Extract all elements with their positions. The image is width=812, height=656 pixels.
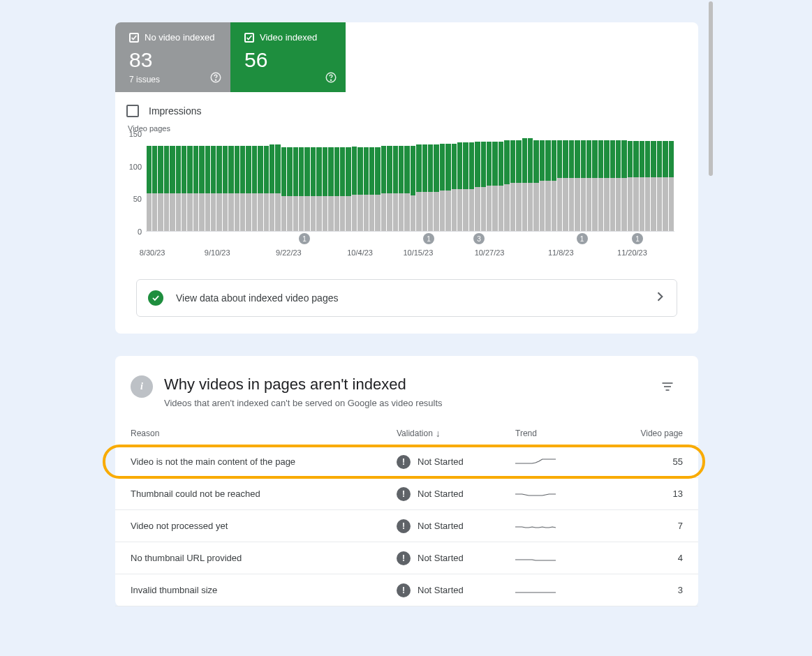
chart-bar[interactable]	[187, 134, 192, 231]
chart-bar[interactable]	[552, 134, 556, 231]
chart-bar[interactable]	[633, 134, 638, 231]
chart-bar[interactable]	[422, 134, 427, 231]
chart-bar[interactable]	[393, 134, 398, 231]
chart-bar[interactable]	[592, 134, 597, 231]
chart-bar[interactable]	[404, 134, 409, 231]
tile-video-indexed[interactable]: Video indexed 56	[230, 22, 346, 92]
chart-bar[interactable]	[147, 134, 152, 231]
impressions-toggle[interactable]: Impressions	[115, 92, 698, 117]
chart-bar[interactable]	[299, 134, 304, 231]
view-indexed-data-button[interactable]: View data about indexed video pages	[136, 279, 677, 317]
chart-bar[interactable]	[381, 134, 386, 231]
chart-bar[interactable]	[628, 134, 633, 231]
th-trend[interactable]: Trend	[515, 428, 620, 438]
chart-bar[interactable]	[663, 134, 667, 231]
th-validation[interactable]: Validation ↓	[397, 428, 515, 439]
chart-bar[interactable]	[281, 134, 286, 231]
filter-icon[interactable]	[656, 375, 679, 401]
chart-bar[interactable]	[316, 134, 321, 231]
chart-bar[interactable]	[563, 134, 568, 231]
checkbox-unchecked-icon[interactable]	[126, 105, 139, 117]
chart-bar[interactable]	[452, 134, 457, 231]
chart-bar[interactable]	[152, 134, 157, 231]
chart-bar[interactable]	[540, 134, 545, 231]
chart-bar[interactable]	[264, 134, 269, 231]
chart-marker[interactable]: 3	[473, 233, 485, 244]
chart-bar[interactable]	[510, 134, 515, 231]
chart-bar[interactable]	[475, 134, 480, 231]
chart-bar[interactable]	[364, 134, 369, 231]
chart-bar[interactable]	[669, 134, 674, 231]
table-row[interactable]: Video is not the main content of the pag…	[115, 446, 698, 478]
chart-bar[interactable]	[323, 134, 327, 231]
chart-bar[interactable]	[651, 134, 656, 231]
chart-bar[interactable]	[487, 134, 492, 231]
chart-bar[interactable]	[528, 134, 533, 231]
chart-bar[interactable]	[610, 134, 615, 231]
chart-bar[interactable]	[499, 134, 503, 231]
chart-bar[interactable]	[621, 134, 626, 231]
chart-bar[interactable]	[205, 134, 210, 231]
chart-bar[interactable]	[164, 134, 169, 231]
chart-bar[interactable]	[352, 134, 357, 231]
chart-bar[interactable]	[223, 134, 228, 231]
chart-bar[interactable]	[240, 134, 245, 231]
chart-bar[interactable]	[440, 134, 445, 231]
table-row[interactable]: Video not processed yet!Not Started7	[115, 510, 698, 542]
chart-bar[interactable]	[287, 134, 292, 231]
chart-bar[interactable]	[375, 134, 380, 231]
chart-marker[interactable]: 1	[632, 233, 643, 244]
chart-bar[interactable]	[387, 134, 392, 231]
chart-bar[interactable]	[334, 134, 339, 231]
chart-bar[interactable]	[604, 134, 609, 231]
chart-bar[interactable]	[640, 134, 644, 231]
chart-bar[interactable]	[346, 134, 350, 231]
chart-bar[interactable]	[228, 134, 233, 231]
th-video-page[interactable]: Video page	[620, 428, 683, 438]
help-icon[interactable]	[209, 71, 222, 84]
chart-bar[interactable]	[434, 134, 438, 231]
chart-bar[interactable]	[657, 134, 662, 231]
chart-bar[interactable]	[304, 134, 309, 231]
chart-bar[interactable]	[516, 134, 521, 231]
chart-bar[interactable]	[575, 134, 580, 231]
chart-bar[interactable]	[481, 134, 486, 231]
chart-bar[interactable]	[258, 134, 263, 231]
help-icon[interactable]	[325, 71, 337, 84]
table-row[interactable]: Thumbnail could not be reached!Not Start…	[115, 478, 698, 510]
chart-bar[interactable]	[235, 134, 239, 231]
chart-bar[interactable]	[557, 134, 562, 231]
chart-bar[interactable]	[504, 134, 509, 231]
chart-bar[interactable]	[492, 134, 497, 231]
chart-bar[interactable]	[216, 134, 221, 231]
chart-bar[interactable]	[569, 134, 574, 231]
chart-bar[interactable]	[357, 134, 362, 231]
chart-marker[interactable]: 1	[423, 233, 434, 244]
chart-bar[interactable]	[270, 134, 274, 231]
chart-bar[interactable]	[158, 134, 163, 231]
chart-marker[interactable]: 1	[577, 233, 588, 244]
chart-bar[interactable]	[586, 134, 591, 231]
chart-bar[interactable]	[533, 134, 538, 231]
chart-bar[interactable]	[445, 134, 450, 231]
chart-bar[interactable]	[182, 134, 186, 231]
chart-bar[interactable]	[399, 134, 404, 231]
chart-bar[interactable]	[522, 134, 527, 231]
chart-bar[interactable]	[545, 134, 550, 231]
chart-bar[interactable]	[369, 134, 374, 231]
chart-marker[interactable]: 1	[299, 233, 310, 244]
chart-bar[interactable]	[411, 134, 415, 231]
chart-plot[interactable]	[146, 134, 674, 232]
chart-bar[interactable]	[211, 134, 216, 231]
chart-bar[interactable]	[457, 134, 462, 231]
chart-bar[interactable]	[463, 134, 468, 231]
chart-bar[interactable]	[328, 134, 333, 231]
chart-bar[interactable]	[193, 134, 198, 231]
chart-bar[interactable]	[581, 134, 586, 231]
table-row[interactable]: Invalid thumbnail size!Not Started3	[115, 574, 698, 606]
chart-bar[interactable]	[252, 134, 257, 231]
th-reason[interactable]: Reason	[131, 428, 397, 438]
chart-bar[interactable]	[598, 134, 603, 231]
scrollbar-thumb[interactable]	[709, 1, 713, 176]
tile-no-video-indexed[interactable]: No video indexed 83 7 issues	[115, 22, 230, 92]
